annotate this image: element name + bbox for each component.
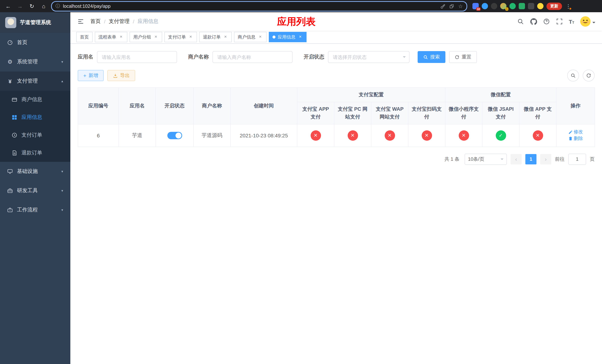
sidebar-item-system[interactable]: ⚙ 系统管理 ▼ xyxy=(0,52,70,72)
table-toolbar: + 新增 导出 xyxy=(78,70,595,81)
col-alipay-pc: 支付宝 PC 网站支付 xyxy=(334,102,371,124)
close-icon[interactable]: × xyxy=(153,34,159,40)
goto-page-input[interactable] xyxy=(568,154,586,165)
cell-alipay-wap: ✕ xyxy=(371,124,408,147)
sidebar-item-app-info[interactable]: 应用信息 xyxy=(0,108,70,126)
delete-link[interactable]: 删除 xyxy=(568,136,583,142)
sidebar-item-home[interactable]: 首页 xyxy=(0,33,70,52)
sidebar-item-payment-orders[interactable]: 支付订单 xyxy=(0,126,70,144)
breadcrumb-current: 应用信息 xyxy=(138,18,159,25)
close-icon[interactable]: × xyxy=(223,34,228,40)
tab-user-group[interactable]: 用户分组 × xyxy=(129,32,162,42)
tab-refund-orders[interactable]: 退款订单 × xyxy=(199,32,232,42)
toggle-search-button[interactable] xyxy=(567,70,579,81)
tab-payment-orders[interactable]: 支付订单 × xyxy=(164,32,197,42)
cell-app-id: 6 xyxy=(78,124,119,147)
add-button[interactable]: + 新增 xyxy=(78,70,104,81)
sidebar-item-merchant-info[interactable]: 商户信息 xyxy=(0,91,70,108)
sidebar-item-label: 支付订单 xyxy=(22,132,42,139)
tab-home[interactable]: 首页 xyxy=(76,32,93,42)
reload-icon[interactable]: ↻ xyxy=(27,2,36,11)
extension-dark-icon[interactable] xyxy=(491,3,497,9)
breadcrumb-home[interactable]: 首页 xyxy=(90,18,101,25)
sidebar-item-label: 应用信息 xyxy=(22,114,42,121)
site-info-icon[interactable]: ⓘ xyxy=(55,3,60,9)
extension-pin-icon[interactable] xyxy=(528,3,534,9)
chevron-down-icon: ▼ xyxy=(61,170,64,173)
forward-icon[interactable]: → xyxy=(16,2,24,11)
next-page-button[interactable]: › xyxy=(540,154,551,164)
col-created: 创建时间 xyxy=(230,87,297,124)
extension-chat-icon[interactable] xyxy=(519,3,525,9)
tab-merchant-info[interactable]: 商户信息 × xyxy=(234,32,267,42)
fullscreen-icon[interactable] xyxy=(556,18,563,25)
cell-app-name: 芋道 xyxy=(119,124,156,147)
goto-suffix: 页 xyxy=(590,156,595,162)
close-icon[interactable]: × xyxy=(298,34,303,40)
cross-status-icon: ✕ xyxy=(459,130,469,141)
search-icon[interactable] xyxy=(517,18,525,25)
home-icon[interactable]: ⌂ xyxy=(39,2,48,11)
chevron-down-icon xyxy=(592,22,595,25)
cell-operations: 修改 删除 xyxy=(556,124,595,147)
bookmark-star-icon[interactable]: ☆ xyxy=(458,3,463,9)
close-icon[interactable]: × xyxy=(188,34,193,40)
app-name-input[interactable] xyxy=(97,51,177,63)
extension-drop-icon[interactable] xyxy=(482,3,488,9)
close-icon[interactable]: × xyxy=(258,34,263,40)
status-select[interactable] xyxy=(328,51,409,63)
merchant-name-input[interactable] xyxy=(213,51,292,63)
help-icon[interactable] xyxy=(543,18,550,25)
extension-grid-icon[interactable]: 10 xyxy=(473,3,479,9)
app-name-label: 应用名 xyxy=(78,54,93,60)
sidebar-item-infrastructure[interactable]: 基础设施 ▼ xyxy=(0,162,70,181)
edit-link[interactable]: 修改 xyxy=(568,129,583,135)
sidebar-item-payment[interactable]: ¥ 支付管理 ▲ xyxy=(0,72,70,91)
sidebar-item-label: 工作流程 xyxy=(17,207,38,213)
grid-icon xyxy=(11,114,18,120)
sidebar-item-refund-orders[interactable]: 退款订单 xyxy=(0,144,70,162)
card-icon xyxy=(11,97,18,103)
page-size-select[interactable]: 10条/页 xyxy=(465,154,507,165)
check-status-icon: ✓ xyxy=(495,130,506,141)
refresh-button[interactable] xyxy=(583,70,595,81)
extension-face-icon[interactable] xyxy=(537,3,544,9)
font-size-icon[interactable]: TT xyxy=(569,19,574,24)
status-select-input[interactable] xyxy=(328,51,409,63)
search-button[interactable]: 搜索 xyxy=(418,51,445,63)
share-icon[interactable] xyxy=(449,3,454,9)
close-icon[interactable]: × xyxy=(118,34,124,40)
sidebar-item-workflow[interactable]: 工作流程 ▼ xyxy=(0,200,70,220)
sidebar-item-dev-tools[interactable]: 研发工具 ▼ xyxy=(0,181,70,200)
col-merchant: 商户名称 xyxy=(194,87,230,124)
github-icon[interactable] xyxy=(530,18,538,25)
col-wx-lite: 微信小程序支付 xyxy=(445,102,482,124)
collapse-sidebar-icon[interactable] xyxy=(77,18,85,25)
extension-avatar-icon[interactable]: 1 xyxy=(500,3,506,9)
tab-label: 应用信息 xyxy=(278,34,295,40)
password-key-icon[interactable] xyxy=(441,3,446,9)
extension-badge: 10 xyxy=(476,7,481,11)
browser-update-button[interactable]: 更新 xyxy=(547,2,562,10)
export-button[interactable]: 导出 xyxy=(107,70,135,81)
page-1-button[interactable]: 1 xyxy=(525,154,537,164)
tab-app-info[interactable]: 应用信息 × xyxy=(269,32,307,42)
enabled-toggle[interactable] xyxy=(167,132,182,139)
viewport: ← → ↻ ⌂ ⓘ localhost:1024/pay/app ☆ xyxy=(0,0,602,364)
browser-menu-icon[interactable]: ⋮ xyxy=(565,3,572,9)
user-avatar[interactable] xyxy=(580,16,595,27)
tab-process-form[interactable]: 流程表单 × xyxy=(95,32,127,42)
reset-button[interactable]: 重置 xyxy=(449,51,477,63)
document-icon xyxy=(11,150,18,156)
extension-green-icon[interactable] xyxy=(509,3,516,9)
col-wx-app: 微信 APP 支付 xyxy=(519,102,556,124)
prev-page-button[interactable]: ‹ xyxy=(511,154,522,164)
breadcrumb-payment[interactable]: 支付管理 xyxy=(109,18,129,25)
toolbar-right xyxy=(567,70,595,81)
address-bar[interactable]: ⓘ localhost:1024/pay/app ☆ xyxy=(51,1,467,11)
back-icon[interactable]: ← xyxy=(4,2,13,11)
cell-wx-jsapi: ✓ xyxy=(482,124,519,147)
filter-form: 应用名 商户名称 开启状态 搜索 xyxy=(78,51,595,63)
app-logo[interactable]: 芋道管理系统 xyxy=(0,12,70,33)
payment-submenu: 商户信息 应用信息 xyxy=(0,91,70,162)
